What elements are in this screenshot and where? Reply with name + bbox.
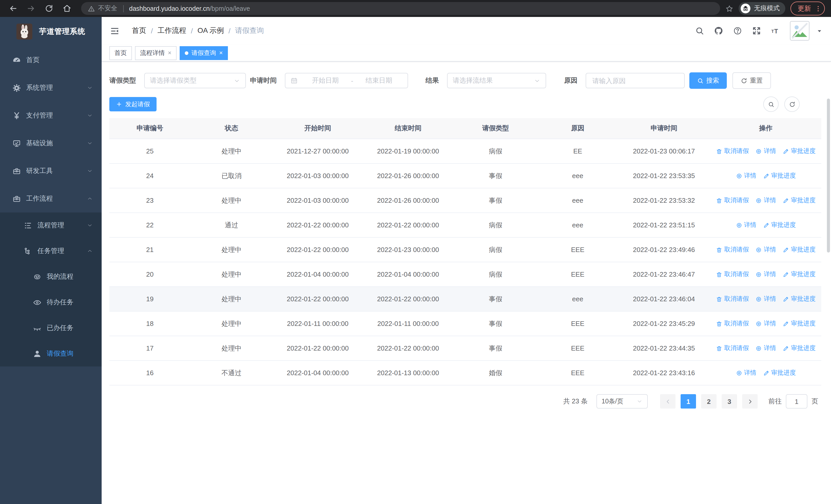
scrollbar-thumb[interactable] (827, 98, 830, 253)
github-icon[interactable] (714, 26, 723, 35)
column-header[interactable]: 请假类型 (453, 124, 538, 133)
table-row[interactable]: 23处理中2022-01-03 00:00:002022-01-26 00:00… (109, 188, 821, 213)
detail-action-link[interactable]: 详情 (736, 171, 756, 180)
progress-action-link[interactable]: 审批进度 (783, 270, 815, 279)
sidebar-item-已办任务[interactable]: 已办任务 (0, 315, 102, 341)
progress-action-link[interactable]: 审批进度 (783, 295, 815, 303)
sidebar-item-工作流程[interactable]: 工作流程 (0, 185, 102, 212)
tab-流程详情[interactable]: 流程详情× (135, 46, 177, 60)
sidebar-item-待办任务[interactable]: 待办任务 (0, 290, 102, 315)
detail-action-link[interactable]: 详情 (736, 368, 756, 377)
column-header[interactable]: 操作 (710, 124, 821, 133)
font-size-icon[interactable]: TT (771, 26, 780, 35)
help-icon[interactable] (733, 26, 742, 35)
sidebar-item-任务管理[interactable]: 任务管理 (0, 238, 102, 264)
progress-action-link[interactable]: 审批进度 (763, 221, 796, 230)
cancel-action-link[interactable]: 取消请假 (716, 319, 749, 328)
sidebar-item-我的流程[interactable]: 我的流程 (0, 264, 102, 290)
column-header[interactable]: 申请时间 (618, 124, 710, 133)
page-button-3[interactable]: 3 (722, 394, 737, 409)
progress-action-link[interactable]: 审批进度 (783, 319, 815, 328)
breadcrumb-item[interactable]: 工作流程 (157, 26, 186, 35)
table-row[interactable]: 18处理中2022-01-11 00:00:002022-01-11 00:00… (109, 312, 821, 336)
result-select[interactable]: 请选择流结果 (447, 73, 546, 88)
table-row[interactable]: 24已取消2022-01-03 00:00:002022-01-26 00:00… (109, 164, 821, 188)
reason-input[interactable] (591, 76, 679, 85)
avatar[interactable] (790, 21, 809, 40)
sidebar-item-流程管理[interactable]: 流程管理 (0, 212, 102, 238)
progress-action-link[interactable]: 审批进度 (783, 344, 815, 353)
detail-action-link[interactable]: 详情 (755, 295, 776, 303)
detail-action-link[interactable]: 详情 (755, 245, 776, 254)
sidebar-item-基础设施[interactable]: 基础设施 (0, 129, 102, 157)
column-header[interactable]: 结束时间 (363, 124, 453, 133)
tab-close-icon[interactable]: × (219, 50, 223, 56)
table-row[interactable]: 25处理中2021-12-27 00:00:002022-01-19 00:00… (109, 139, 821, 164)
sidebar-logo[interactable]: 芋道管理系统 (0, 17, 102, 46)
search-button[interactable]: 搜索 (689, 72, 727, 89)
page-button-2[interactable]: 2 (701, 394, 717, 409)
bookmark-star-icon[interactable] (725, 4, 734, 12)
detail-action-link[interactable]: 详情 (755, 196, 776, 205)
home-icon[interactable] (63, 4, 71, 13)
apply-time-range-picker[interactable]: 开始日期 - 结束日期 (285, 73, 408, 88)
cancel-action-link[interactable]: 取消请假 (716, 270, 749, 279)
detail-action-link[interactable]: 详情 (755, 344, 776, 353)
table-row[interactable]: 21处理中2022-01-22 00:00:002022-01-23 00:00… (109, 238, 821, 262)
tab-close-icon[interactable]: × (168, 50, 171, 56)
fullscreen-icon[interactable] (752, 26, 761, 35)
cancel-action-link[interactable]: 取消请假 (716, 344, 749, 353)
progress-action-link[interactable]: 审批进度 (763, 368, 796, 377)
sidebar-item-支付管理[interactable]: 支付管理 (0, 101, 102, 129)
cancel-action-link[interactable]: 取消请假 (716, 295, 749, 303)
table-refresh-button[interactable] (784, 96, 800, 112)
not-secure-icon[interactable] (88, 5, 95, 12)
breadcrumb-item[interactable]: 首页 (132, 26, 146, 35)
cancel-action-link[interactable]: 取消请假 (716, 245, 749, 254)
forward-icon[interactable] (27, 4, 35, 13)
progress-action-link[interactable]: 审批进度 (783, 245, 815, 254)
detail-action-link[interactable]: 详情 (755, 319, 776, 328)
table-row[interactable]: 20处理中2022-01-04 00:00:002022-01-04 00:00… (109, 262, 821, 287)
page-button-1[interactable]: 1 (681, 394, 696, 409)
progress-action-link[interactable]: 审批进度 (783, 147, 815, 155)
create-leave-button[interactable]: 发起请假 (109, 97, 156, 111)
column-header[interactable]: 开始时间 (273, 124, 363, 133)
table-row[interactable]: 19处理中2022-01-22 00:00:002022-01-22 00:00… (109, 287, 821, 312)
progress-action-link[interactable]: 审批进度 (783, 196, 815, 205)
table-search-toggle-button[interactable] (763, 96, 779, 112)
sidebar-item-研发工具[interactable]: 研发工具 (0, 157, 102, 185)
browser-menu-icon[interactable] (814, 5, 822, 12)
reset-button[interactable]: 重置 (733, 72, 771, 89)
sidebar-collapse-icon[interactable] (110, 26, 120, 36)
table-row[interactable]: 22通过2022-01-22 00:00:002022-01-22 00:00:… (109, 213, 821, 238)
next-page-button[interactable] (742, 394, 757, 409)
goto-page-input[interactable] (786, 394, 807, 409)
address-bar[interactable]: 不安全 dashboard.yudao.iocoder.cn/bpm/oa/le… (81, 2, 720, 15)
sidebar-item-请假查询[interactable]: 请假查询 (0, 341, 102, 366)
back-icon[interactable] (9, 4, 18, 13)
page-size-select[interactable]: 10条/页 (596, 394, 648, 409)
tab-请假查询[interactable]: 请假查询× (180, 46, 228, 60)
breadcrumb-item[interactable]: OA 示例 (198, 26, 224, 35)
update-button[interactable]: 更新 (791, 2, 825, 16)
chevron-down-icon[interactable] (816, 27, 823, 34)
sidebar-item-系统管理[interactable]: 系统管理 (0, 74, 102, 101)
column-header[interactable]: 状态 (191, 124, 273, 133)
detail-action-link[interactable]: 详情 (755, 270, 776, 279)
detail-action-link[interactable]: 详情 (736, 221, 756, 230)
sidebar-item-首页[interactable]: 首页 (0, 46, 102, 74)
search-icon[interactable] (695, 26, 704, 35)
prev-page-button[interactable] (660, 394, 676, 409)
detail-action-link[interactable]: 详情 (755, 147, 776, 155)
table-row[interactable]: 16不通过2022-01-04 00:00:002022-01-13 00:00… (109, 361, 821, 385)
leave-type-select[interactable]: 请选择请假类型 (144, 73, 246, 88)
progress-action-link[interactable]: 审批进度 (763, 171, 796, 180)
tab-首页[interactable]: 首页 (109, 46, 132, 60)
cancel-action-link[interactable]: 取消请假 (716, 196, 749, 205)
table-row[interactable]: 17处理中2022-01-22 00:00:002022-01-22 00:00… (109, 336, 821, 361)
column-header[interactable]: 原因 (538, 124, 618, 133)
column-header[interactable]: 申请编号 (109, 124, 191, 133)
cancel-action-link[interactable]: 取消请假 (716, 147, 749, 155)
reload-icon[interactable] (45, 4, 53, 13)
